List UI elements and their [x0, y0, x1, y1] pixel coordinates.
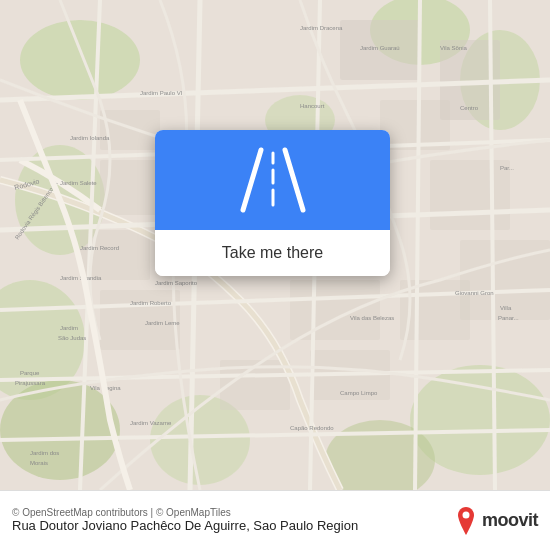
action-card: Take me there [155, 130, 390, 276]
svg-rect-20 [290, 280, 380, 340]
svg-text:Jardim Iolanda: Jardim Iolanda [70, 135, 110, 141]
svg-text:Villa: Villa [500, 305, 512, 311]
svg-text:Par...: Par... [500, 165, 514, 171]
take-me-there-button[interactable]: Take me there [155, 230, 390, 276]
svg-text:Vila das Belezas: Vila das Belezas [350, 315, 394, 321]
card-icon-area [155, 130, 390, 230]
svg-text:Centro: Centro [460, 105, 479, 111]
bottom-bar: © OpenStreetMap contributors | © OpenMap… [0, 490, 550, 550]
place-name: Rua Doutor Joviano Pachêco De Aguirre, S… [12, 518, 454, 535]
svg-text:Jardim Guaraú: Jardim Guaraú [360, 45, 400, 51]
map-attribution: © OpenStreetMap contributors | © OpenMap… [12, 507, 454, 518]
svg-text:Jardim Paulo VI: Jardim Paulo VI [140, 90, 183, 96]
svg-text:Jardim: Jardim [60, 325, 78, 331]
svg-text:Jardim Leme: Jardim Leme [145, 320, 180, 326]
svg-text:Jardim Saporito: Jardim Saporito [155, 280, 198, 286]
svg-text:Jardim dos: Jardim dos [30, 450, 59, 456]
svg-text:Pirajussara: Pirajussara [15, 380, 46, 386]
svg-text:Hancourt: Hancourt [300, 103, 325, 109]
road-icon [233, 145, 313, 215]
svg-text:Morais: Morais [30, 460, 48, 466]
svg-text:Capão Redondo: Capão Redondo [290, 425, 334, 431]
svg-text:Giovanni Gron: Giovanni Gron [455, 290, 494, 296]
svg-text:Jardim Record: Jardim Record [80, 245, 119, 251]
svg-point-60 [462, 511, 469, 518]
svg-rect-14 [430, 160, 510, 230]
svg-text:Jardim Vazame: Jardim Vazame [130, 420, 172, 426]
svg-text:Panar...: Panar... [498, 315, 519, 321]
moovit-pin-icon [454, 507, 478, 535]
svg-point-1 [20, 20, 140, 100]
moovit-brand-text: moovit [482, 510, 538, 531]
svg-text:Jardim Roberto: Jardim Roberto [130, 300, 172, 306]
svg-text:Parque: Parque [20, 370, 40, 376]
moovit-logo: moovit [454, 507, 538, 535]
svg-text:Campo Limpo: Campo Limpo [340, 390, 378, 396]
svg-text:São Judas: São Judas [58, 335, 86, 341]
svg-text:Vila Sônia: Vila Sônia [440, 45, 468, 51]
svg-text:Jardim Salete: Jardim Salete [60, 180, 97, 186]
svg-text:Jardim Dracena: Jardim Dracena [300, 25, 343, 31]
